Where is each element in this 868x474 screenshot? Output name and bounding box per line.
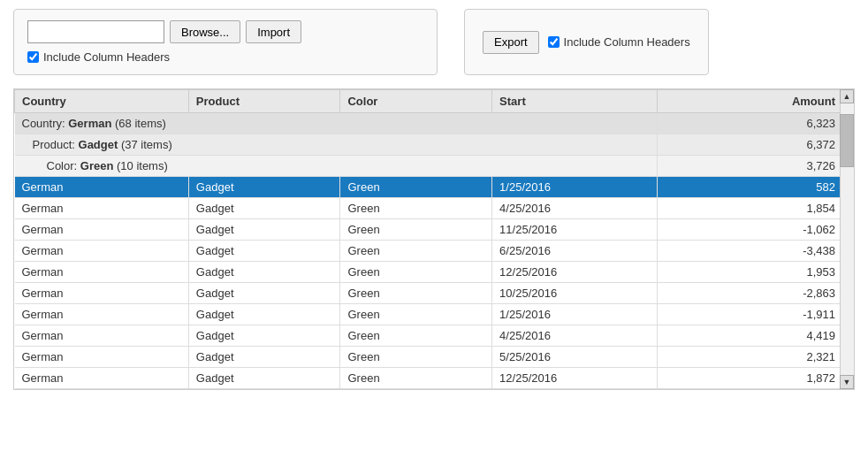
table-row[interactable]: GermanGadgetGreen4/25/20164,419 [15, 325, 854, 347]
cell-amount: -1,911 [657, 304, 853, 325]
import-button[interactable]: Import [246, 20, 301, 43]
group-row-3: Color: Green (10 items)3,726 [15, 156, 854, 177]
scrollbar-arrow-up[interactable]: ▲ [840, 89, 854, 103]
cell-color: Green [340, 325, 492, 347]
cell-amount: 1,953 [657, 262, 853, 283]
cell-country: German [15, 304, 189, 325]
cell-color: Green [340, 304, 492, 325]
group-label-2: Product: Gadget (37 items) [15, 134, 658, 156]
table-row[interactable]: GermanGadgetGreen1/25/2016-1,911 [15, 304, 854, 325]
table-row[interactable]: GermanGadgetGreen11/25/2016-1,062 [15, 219, 854, 241]
table-wrapper: Country Product Color Start Amount Count… [14, 89, 854, 389]
cell-start: 11/25/2016 [492, 219, 658, 241]
group-amount-3: 3,726 [657, 156, 853, 177]
table-body: Country: German (68 items)6,323Product: … [15, 113, 854, 389]
cell-amount: 582 [657, 177, 853, 198]
col-header-product: Product [188, 90, 340, 113]
cell-start: 6/25/2016 [492, 241, 658, 262]
cell-country: German [15, 177, 189, 198]
cell-country: German [15, 325, 189, 347]
cell-product: Gadget [188, 177, 340, 198]
group-amount-2: 6,372 [657, 134, 853, 156]
scrollbar-thumb[interactable] [840, 114, 854, 167]
cell-amount: -3,438 [657, 241, 853, 262]
export-button[interactable]: Export [483, 31, 539, 54]
import-include-headers-row: Include Column Headers [27, 50, 423, 64]
top-section: Browse... Import Include Column Headers … [0, 0, 868, 84]
export-include-headers-row: Include Column Headers [548, 35, 690, 49]
cell-color: Green [340, 262, 492, 283]
import-include-headers-checkbox[interactable] [27, 51, 39, 63]
cell-color: Green [340, 368, 492, 389]
cell-color: Green [340, 198, 492, 219]
browse-button[interactable]: Browse... [170, 20, 240, 43]
cell-color: Green [340, 219, 492, 241]
cell-start: 4/25/2016 [492, 325, 658, 347]
header-row: Country Product Color Start Amount [15, 90, 854, 113]
cell-country: German [15, 198, 189, 219]
cell-start: 1/25/2016 [492, 304, 658, 325]
group-amount-1: 6,323 [657, 113, 853, 134]
import-row: Browse... Import [27, 20, 423, 43]
cell-product: Gadget [188, 325, 340, 347]
cell-amount: 2,321 [657, 347, 853, 368]
cell-color: Green [340, 241, 492, 262]
import-include-headers-label[interactable]: Include Column Headers [43, 50, 170, 64]
table-row[interactable]: GermanGadgetGreen4/25/20161,854 [15, 198, 854, 219]
cell-color: Green [340, 177, 492, 198]
cell-start: 5/25/2016 [492, 347, 658, 368]
export-include-headers-label[interactable]: Include Column Headers [564, 35, 690, 49]
table-row[interactable]: GermanGadgetGreen1/25/2016582 [15, 177, 854, 198]
group-label-1: Country: German (68 items) [15, 113, 658, 134]
data-grid: Country Product Color Start Amount Count… [14, 89, 854, 389]
cell-product: Gadget [188, 198, 340, 219]
file-path-input[interactable] [27, 20, 164, 43]
cell-country: German [15, 219, 189, 241]
group-row-2: Product: Gadget (37 items)6,372 [15, 134, 854, 156]
cell-amount: 1,872 [657, 368, 853, 389]
import-panel: Browse... Import Include Column Headers [13, 9, 438, 75]
cell-product: Gadget [188, 347, 340, 368]
cell-start: 12/25/2016 [492, 262, 658, 283]
cell-product: Gadget [188, 304, 340, 325]
export-include-headers-checkbox[interactable] [548, 36, 560, 48]
data-table-section: Country Product Color Start Amount Count… [13, 88, 855, 390]
cell-amount: 1,854 [657, 198, 853, 219]
table-header: Country Product Color Start Amount [15, 90, 854, 113]
table-row[interactable]: GermanGadgetGreen12/25/20161,953 [15, 262, 854, 283]
cell-country: German [15, 262, 189, 283]
col-header-country: Country [15, 90, 189, 113]
cell-product: Gadget [188, 262, 340, 283]
table-row[interactable]: GermanGadgetGreen6/25/2016-3,438 [15, 241, 854, 262]
group-row-1: Country: German (68 items)6,323 [15, 113, 854, 134]
cell-amount: -1,062 [657, 219, 853, 241]
cell-country: German [15, 347, 189, 368]
cell-color: Green [340, 283, 492, 304]
cell-product: Gadget [188, 241, 340, 262]
cell-product: Gadget [188, 283, 340, 304]
export-panel: Export Include Column Headers [464, 9, 709, 75]
table-row[interactable]: GermanGadgetGreen5/25/20162,321 [15, 347, 854, 368]
cell-country: German [15, 241, 189, 262]
cell-amount: 4,419 [657, 325, 853, 347]
cell-country: German [15, 283, 189, 304]
col-header-start: Start [492, 90, 658, 113]
cell-amount: -2,863 [657, 283, 853, 304]
cell-country: German [15, 368, 189, 389]
cell-start: 10/25/2016 [492, 283, 658, 304]
scrollbar-track[interactable]: ▲ ▼ [840, 89, 854, 389]
scrollbar-arrow-down[interactable]: ▼ [840, 375, 854, 389]
cell-product: Gadget [188, 219, 340, 241]
table-row[interactable]: GermanGadgetGreen12/25/20161,872 [15, 368, 854, 389]
table-row[interactable]: GermanGadgetGreen10/25/2016-2,863 [15, 283, 854, 304]
cell-start: 1/25/2016 [492, 177, 658, 198]
cell-start: 12/25/2016 [492, 368, 658, 389]
cell-product: Gadget [188, 368, 340, 389]
cell-start: 4/25/2016 [492, 198, 658, 219]
col-header-amount: Amount [657, 90, 853, 113]
group-label-3: Color: Green (10 items) [15, 156, 658, 177]
col-header-color: Color [340, 90, 492, 113]
cell-color: Green [340, 347, 492, 368]
